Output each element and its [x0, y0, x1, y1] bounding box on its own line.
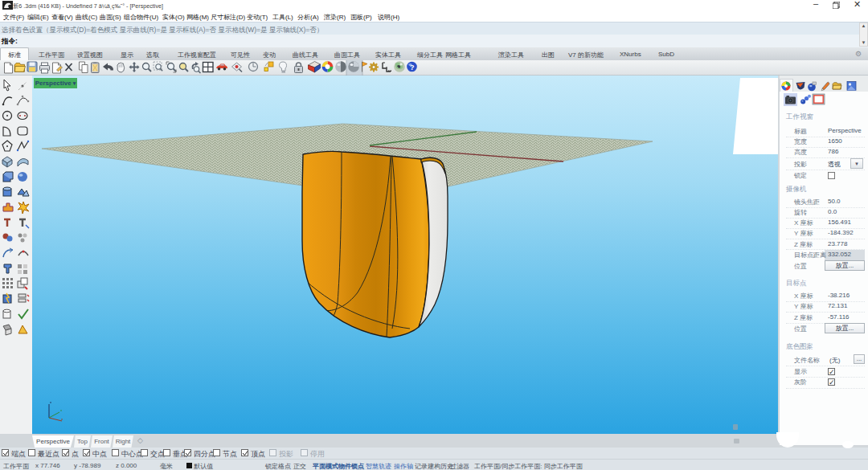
svg-text:?: ? [410, 63, 415, 72]
